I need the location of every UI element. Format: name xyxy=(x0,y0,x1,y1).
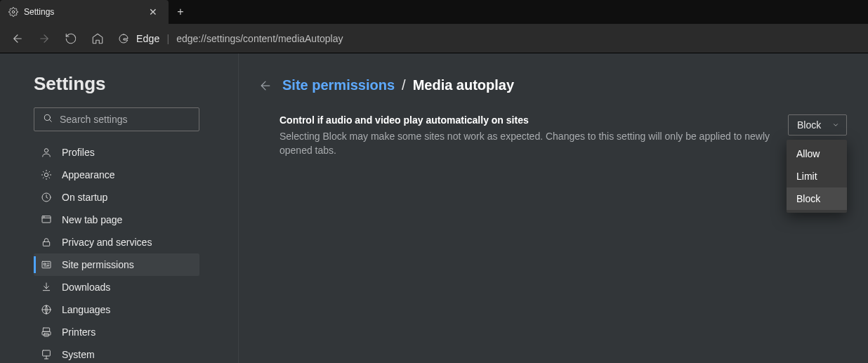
dropdown-option-limit[interactable]: Limit xyxy=(787,165,847,187)
svg-point-0 xyxy=(12,11,15,13)
autoplay-select[interactable]: Block xyxy=(788,114,847,136)
breadcrumb-parent[interactable]: Site permissions xyxy=(282,77,395,93)
gear-icon xyxy=(8,7,18,17)
setting-title: Control if audio and video play automati… xyxy=(280,114,771,126)
dropdown-option-block[interactable]: Block xyxy=(787,187,847,210)
startup-icon xyxy=(41,192,52,203)
sidebar-item-downloads[interactable]: Downloads xyxy=(34,276,199,298)
newtab-icon xyxy=(41,214,52,225)
sidebar-item-label: New tab page xyxy=(62,214,122,225)
sidebar-item-label: System xyxy=(62,349,95,360)
privacy-icon xyxy=(41,237,52,248)
sidebar-item-label: Printers xyxy=(62,326,96,338)
search-input[interactable] xyxy=(60,114,190,125)
language-icon xyxy=(41,304,52,315)
svg-rect-7 xyxy=(42,261,51,268)
sidebar-item-on-startup[interactable]: On startup xyxy=(34,186,199,209)
select-value: Block xyxy=(797,119,821,131)
breadcrumb: Site permissions / Media autoplay xyxy=(258,77,868,93)
svg-rect-6 xyxy=(43,242,49,246)
tab-strip: Settings ✕ + xyxy=(0,0,868,24)
new-tab-button[interactable]: + xyxy=(169,0,192,24)
svg-point-1 xyxy=(44,114,50,120)
address-bar[interactable]: Edge | edge://settings/content/mediaAuto… xyxy=(118,28,862,49)
sidebar-item-label: Profiles xyxy=(62,147,95,158)
settings-nav: ProfilesAppearanceOn startupNew tab page… xyxy=(34,141,238,363)
search-box[interactable] xyxy=(34,107,199,131)
home-button[interactable] xyxy=(86,27,110,51)
settings-sidebar: Settings ProfilesAppearanceOn startupNew… xyxy=(0,53,239,363)
media-autoplay-setting: Control if audio and video play automati… xyxy=(280,114,868,157)
svg-rect-10 xyxy=(43,328,49,331)
svg-rect-5 xyxy=(42,216,51,223)
sidebar-item-label: Languages xyxy=(62,304,110,315)
page-title: Settings xyxy=(34,73,238,95)
breadcrumb-back-button[interactable] xyxy=(258,79,272,93)
appearance-icon xyxy=(41,169,52,180)
refresh-button[interactable] xyxy=(59,27,83,51)
svg-rect-8 xyxy=(44,263,46,265)
sidebar-item-printers[interactable]: Printers xyxy=(34,321,199,343)
content-area: Settings ProfilesAppearanceOn startupNew… xyxy=(0,53,868,363)
breadcrumb-current: Media autoplay xyxy=(413,77,514,93)
sidebar-item-new-tab-page[interactable]: New tab page xyxy=(34,209,199,231)
sidebar-item-site-permissions[interactable]: Site permissions xyxy=(34,253,199,276)
edge-icon xyxy=(118,33,129,44)
printer-icon xyxy=(41,326,52,338)
forward-button[interactable] xyxy=(32,27,56,51)
close-icon[interactable]: ✕ xyxy=(146,6,160,18)
main-panel: Site permissions / Media autoplay Contro… xyxy=(239,53,868,363)
chevron-down-icon xyxy=(832,119,839,131)
sidebar-item-label: On startup xyxy=(62,192,107,203)
dropdown-option-allow[interactable]: Allow xyxy=(787,143,847,165)
svg-point-2 xyxy=(44,149,48,152)
svg-rect-13 xyxy=(43,350,51,356)
autoplay-dropdown: AllowLimitBlock xyxy=(787,140,847,213)
addr-url: edge://settings/content/mediaAutoplay xyxy=(176,33,343,44)
addr-separator: | xyxy=(167,33,170,44)
breadcrumb-separator: / xyxy=(402,77,406,93)
sidebar-item-system[interactable]: System xyxy=(34,343,199,363)
back-button[interactable] xyxy=(6,27,29,51)
sidebar-item-profiles[interactable]: Profiles xyxy=(34,141,199,164)
profile-icon xyxy=(41,147,52,158)
sidebar-item-label: Privacy and services xyxy=(62,237,152,248)
sidebar-item-label: Appearance xyxy=(62,169,115,180)
setting-description: Selecting Block may make some sites not … xyxy=(280,130,771,157)
system-icon xyxy=(41,349,52,360)
permissions-icon xyxy=(41,259,52,270)
sidebar-item-label: Site permissions xyxy=(62,259,134,270)
search-icon xyxy=(43,113,53,126)
sidebar-item-languages[interactable]: Languages xyxy=(34,298,199,321)
sidebar-item-appearance[interactable]: Appearance xyxy=(34,164,199,186)
sidebar-item-label: Downloads xyxy=(62,282,110,293)
browser-tab[interactable]: Settings ✕ xyxy=(0,0,169,24)
download-icon xyxy=(41,282,52,293)
addr-label: Edge xyxy=(136,33,160,44)
sidebar-item-privacy-and-services[interactable]: Privacy and services xyxy=(34,231,199,253)
tab-title: Settings xyxy=(24,7,140,17)
svg-point-3 xyxy=(44,173,48,176)
browser-toolbar: Edge | edge://settings/content/mediaAuto… xyxy=(0,24,868,53)
